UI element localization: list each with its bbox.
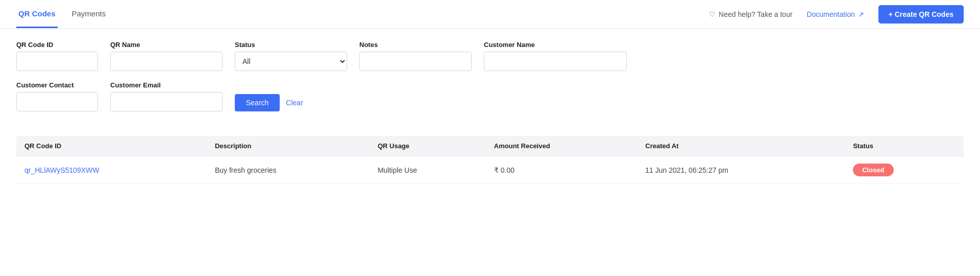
clear-button[interactable]: Clear xyxy=(286,99,303,107)
cell-qr-usage: Multiple Use xyxy=(370,156,486,184)
input-customer-contact[interactable] xyxy=(16,92,98,111)
create-qr-codes-button[interactable]: + Create QR Codes xyxy=(878,5,964,24)
filter-status: Status All Active Closed xyxy=(235,41,347,71)
filter-actions: Search Clear xyxy=(235,83,303,111)
table-body: qr_HLlAWyS5109XWW Buy fresh groceries Mu… xyxy=(16,156,964,184)
label-customer-email: Customer Email xyxy=(110,81,223,89)
nav-tabs: QR Codes Payments xyxy=(16,0,108,28)
filter-row-1: QR Code ID QR Name Status All Active Clo… xyxy=(16,41,964,71)
col-description: Description xyxy=(207,136,370,156)
filter-qr-code-id: QR Code ID xyxy=(16,41,98,71)
tab-qr-codes[interactable]: QR Codes xyxy=(16,0,58,28)
label-customer-contact: Customer Contact xyxy=(16,81,98,89)
filter-section: QR Code ID QR Name Status All Active Clo… xyxy=(0,29,980,130)
filter-customer-name: Customer Name xyxy=(484,41,627,71)
col-qr-code-id: QR Code ID xyxy=(16,136,207,156)
bulb-icon: ♡ xyxy=(709,10,716,18)
label-customer-name: Customer Name xyxy=(484,41,627,49)
cell-status: Closed xyxy=(845,156,964,184)
filter-customer-email: Customer Email xyxy=(110,81,223,111)
input-customer-name[interactable] xyxy=(484,52,627,71)
label-notes: Notes xyxy=(359,41,472,49)
top-navigation: QR Codes Payments ♡ Need help? Take a to… xyxy=(0,0,980,29)
col-status: Status xyxy=(845,136,964,156)
input-qr-code-id[interactable] xyxy=(16,52,98,71)
external-link-icon: ↗ xyxy=(858,10,864,18)
table-header-row: QR Code ID Description QR Usage Amount R… xyxy=(16,136,964,156)
label-qr-name: QR Name xyxy=(110,41,223,49)
input-customer-email[interactable] xyxy=(110,92,223,111)
table-section: QR Code ID Description QR Usage Amount R… xyxy=(0,130,980,200)
select-status[interactable]: All Active Closed xyxy=(235,52,347,71)
col-created-at: Created At xyxy=(637,136,845,156)
filter-row-2: Customer Contact Customer Email Search C… xyxy=(16,81,964,111)
input-qr-name[interactable] xyxy=(110,52,223,71)
cell-amount-received: ₹ 0.00 xyxy=(486,156,637,184)
documentation-link[interactable]: Documentation ↗ xyxy=(807,10,864,18)
qr-code-id-link[interactable]: qr_HLlAWyS5109XWW xyxy=(24,166,99,174)
nav-actions: ♡ Need help? Take a tour Documentation ↗… xyxy=(709,5,964,24)
table-row: qr_HLlAWyS5109XWW Buy fresh groceries Mu… xyxy=(16,156,964,184)
search-button[interactable]: Search xyxy=(235,94,280,111)
table-header: QR Code ID Description QR Usage Amount R… xyxy=(16,136,964,156)
cell-created-at: 11 Jun 2021, 06:25:27 pm xyxy=(637,156,845,184)
tab-payments[interactable]: Payments xyxy=(70,0,108,28)
cell-description: Buy fresh groceries xyxy=(207,156,370,184)
filter-qr-name: QR Name xyxy=(110,41,223,71)
help-link[interactable]: ♡ Need help? Take a tour xyxy=(709,10,793,18)
filter-notes: Notes xyxy=(359,41,472,71)
label-status: Status xyxy=(235,41,347,49)
filter-customer-contact: Customer Contact xyxy=(16,81,98,111)
input-notes[interactable] xyxy=(359,52,472,71)
qr-codes-table: QR Code ID Description QR Usage Amount R… xyxy=(16,136,964,184)
col-amount-received: Amount Received xyxy=(486,136,637,156)
status-badge-closed: Closed xyxy=(853,164,893,176)
col-qr-usage: QR Usage xyxy=(370,136,486,156)
cell-qr-code-id: qr_HLlAWyS5109XWW xyxy=(16,156,207,184)
label-qr-code-id: QR Code ID xyxy=(16,41,98,49)
